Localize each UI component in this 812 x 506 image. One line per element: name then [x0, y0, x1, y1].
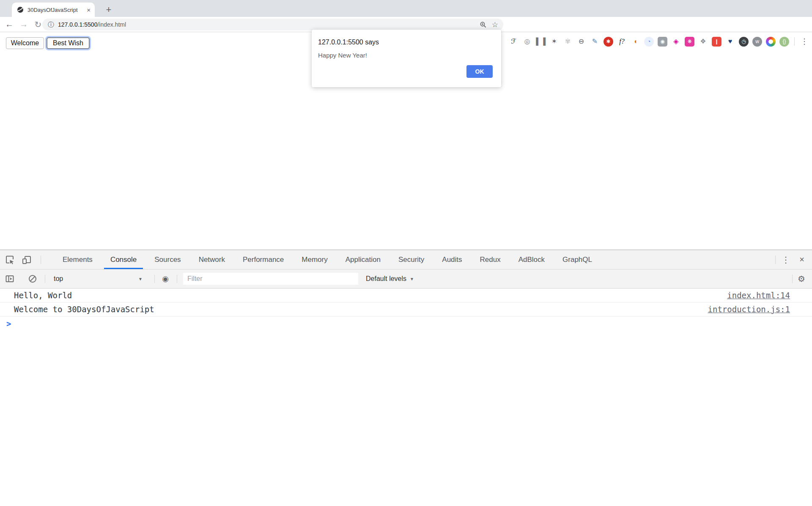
- camera-icon[interactable]: ◉: [658, 37, 667, 47]
- console-settings-gear-icon[interactable]: ⚙: [796, 273, 807, 284]
- devtools-tab-sources[interactable]: Sources: [145, 250, 189, 269]
- console-toolbar-separator2: [154, 275, 155, 283]
- console-message-row: Hello, Worldindex.html:14: [0, 289, 812, 302]
- devtools-tabbar-right: ⋮ ×: [775, 255, 808, 265]
- console-message-text: Welcome to 30DaysOfJavaScript: [14, 305, 708, 314]
- address-bar[interactable]: ⓘ 127.0.0.1:5500/index.html ☆: [42, 19, 503, 30]
- console-settings-separator: [792, 275, 793, 283]
- devtools-tab-adblock[interactable]: AdBlock: [510, 250, 554, 269]
- devtools-panel: ElementsConsoleSourcesNetworkPerformance…: [0, 250, 812, 506]
- tabbar-right-separator: [775, 256, 776, 264]
- console-prompt-chevron-icon: >: [6, 319, 11, 328]
- devtools-tab-network[interactable]: Network: [190, 250, 234, 269]
- console-messages: Hello, Worldindex.html:14Welcome to 30Da…: [0, 289, 812, 316]
- welcome-button[interactable]: Welcome: [6, 37, 44, 49]
- eyedropper-icon[interactable]: ✎: [590, 37, 600, 47]
- devtools-tabbar-tabs: ElementsConsoleSourcesNetworkPerformance…: [54, 250, 601, 269]
- chrome-menu-icon[interactable]: ⋮: [798, 37, 810, 46]
- new-tab-button[interactable]: +: [102, 3, 116, 17]
- alert-ok-button[interactable]: OK: [466, 65, 493, 78]
- console-toolbar-separator: [45, 275, 45, 283]
- console-toolbar-separator3: [177, 275, 177, 283]
- best-wish-button[interactable]: Best Wish: [47, 37, 90, 49]
- orbit-icon[interactable]: ◎: [522, 37, 532, 47]
- swirl-icon[interactable]: ◔: [644, 37, 654, 47]
- console-source-link[interactable]: introduction.js:1: [708, 305, 790, 314]
- console-prompt[interactable]: >: [0, 316, 812, 330]
- log-levels-caret-icon: ▼: [410, 277, 414, 281]
- console-toolbar: top ▼ ◉ Default levels ▼ ⚙: [0, 270, 812, 289]
- device-toolbar-icon[interactable]: [21, 254, 32, 265]
- tabbar-separator: [41, 256, 41, 264]
- tab-close-icon[interactable]: ×: [87, 7, 91, 13]
- devtools-tabbar: ElementsConsoleSourcesNetworkPerformance…: [0, 250, 812, 270]
- browser-window: 30DaysOfJavaScript × + ← → ↻ ⓘ 127.0.0.1…: [0, 0, 812, 506]
- bookmark-icon[interactable]: ❙: [712, 37, 721, 47]
- scriptish-f-icon[interactable]: ℱ: [509, 37, 518, 47]
- context-label: top: [54, 275, 63, 283]
- flower-icon[interactable]: ✾: [563, 37, 573, 47]
- alert-title: 127.0.0.1:5500 says: [318, 38, 494, 46]
- devtools-close-icon[interactable]: ×: [796, 255, 808, 264]
- devtools-tab-redux[interactable]: Redux: [471, 250, 510, 269]
- devtools-tab-security[interactable]: Security: [390, 250, 433, 269]
- megaphone-icon[interactable]: ◖: [631, 37, 640, 47]
- bookmark-star-icon[interactable]: ☆: [492, 21, 498, 28]
- console-filter-input[interactable]: [183, 273, 358, 285]
- redux-atom-icon[interactable]: ❋: [685, 37, 694, 47]
- devtools-tab-elements[interactable]: Elements: [54, 250, 102, 269]
- json-viewer-icon[interactable]: {}: [779, 37, 789, 47]
- log-levels-select[interactable]: Default levels ▼: [366, 275, 414, 283]
- devtools-tab-graphql[interactable]: GraphQL: [554, 250, 601, 269]
- url-path: /index.html: [97, 21, 126, 28]
- devtools-tab-application[interactable]: Application: [337, 250, 390, 269]
- devtools-tab-memory[interactable]: Memory: [293, 250, 336, 269]
- console-message-row: Welcome to 30DaysOfJavaScriptintroductio…: [0, 302, 812, 316]
- omnibox-actions: ☆: [480, 21, 498, 28]
- url-host: 127.0.0.1:5500: [58, 21, 97, 28]
- page-info-icon[interactable]: ⓘ: [48, 21, 54, 29]
- bug-icon[interactable]: ✶: [549, 37, 559, 47]
- back-icon[interactable]: ←: [3, 17, 16, 32]
- alert-message: Happy New Year!: [318, 52, 494, 59]
- graphql-icon[interactable]: ◈: [671, 37, 681, 47]
- color-ring-icon[interactable]: [766, 37, 776, 47]
- clock-icon[interactable]: ◷: [739, 37, 749, 47]
- inspect-element-icon[interactable]: [4, 254, 15, 265]
- stop-hand-icon[interactable]: ✱: [604, 37, 613, 47]
- browser-tab[interactable]: 30DaysOfJavaScript ×: [12, 3, 95, 17]
- live-expression-eye-icon[interactable]: ◉: [160, 273, 171, 284]
- tab-strip: 30DaysOfJavaScript × +: [0, 0, 812, 17]
- zoom-icon[interactable]: [480, 21, 487, 28]
- log-levels-label: Default levels: [366, 275, 406, 283]
- alert-dialog: 127.0.0.1:5500 says Happy New Year! OK: [312, 30, 501, 87]
- context-caret-icon: ▼: [138, 277, 143, 281]
- javascript-context-select[interactable]: top ▼: [46, 275, 148, 283]
- console-sidebar-toggle-icon[interactable]: [4, 273, 15, 284]
- favicon-globe-icon: [17, 6, 24, 13]
- columns-icon[interactable]: ▌▐: [536, 37, 546, 47]
- devtools-tab-performance[interactable]: Performance: [234, 250, 293, 269]
- console-message-text: Hello, World: [14, 291, 727, 300]
- circled-minus-icon[interactable]: ⊖: [576, 37, 586, 47]
- wave-icon[interactable]: w: [752, 37, 762, 47]
- forward-icon[interactable]: →: [17, 17, 30, 32]
- clear-console-icon[interactable]: [27, 273, 38, 284]
- console-source-link[interactable]: index.html:14: [727, 291, 790, 300]
- tab-title: 30DaysOfJavaScript: [27, 7, 87, 13]
- devtools-menu-icon[interactable]: ⋮: [780, 255, 792, 265]
- toolbar-separator: [794, 37, 795, 46]
- devtools-tab-console[interactable]: Console: [102, 250, 145, 269]
- tag-manager-icon[interactable]: ❖: [698, 37, 708, 47]
- extensions-bar: ℱ◎▌▐✶✾⊖✎✱f?◖◔◉◈❋❖❙♥◷w{} ⋮: [509, 34, 810, 49]
- devtools-tab-audits[interactable]: Audits: [433, 250, 471, 269]
- heart-search-icon[interactable]: ♥: [725, 37, 735, 47]
- url-text: 127.0.0.1:5500/index.html: [58, 21, 126, 28]
- f-question-icon[interactable]: f?: [617, 37, 627, 47]
